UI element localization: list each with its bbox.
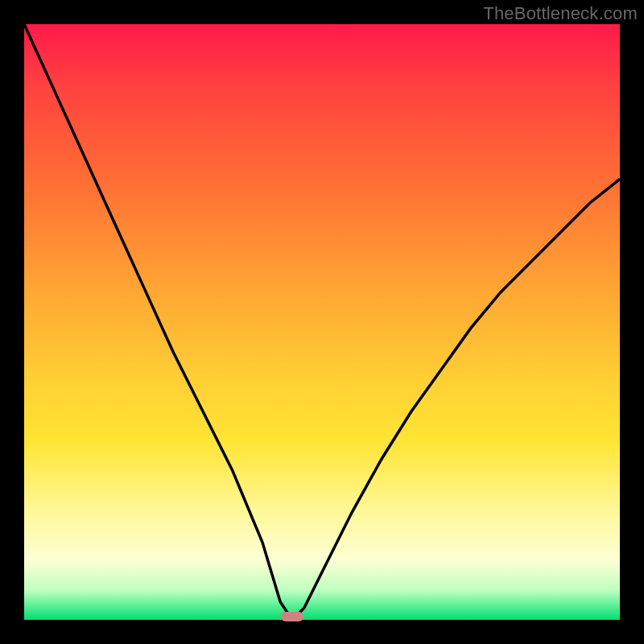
chart-frame: TheBottleneck.com <box>0 0 644 644</box>
optimal-marker <box>281 612 303 621</box>
plot-area <box>24 24 620 620</box>
watermark-text: TheBottleneck.com <box>483 3 638 24</box>
bottleneck-curve <box>24 24 620 620</box>
